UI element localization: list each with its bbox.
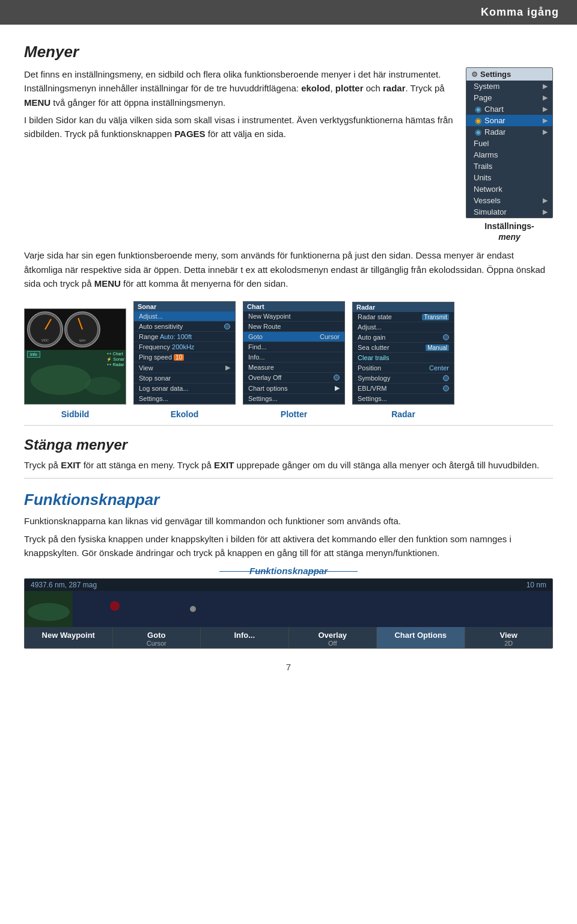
settings-item-vessels[interactable]: Vessels ▶ [466, 195, 552, 206]
gear-icon: ⚙ [471, 70, 478, 79]
screenshot-ekolod: Sonar Adjust... Auto sensitivity Range A… [133, 301, 236, 419]
ekolod-image: Sonar Adjust... Auto sensitivity Range A… [133, 301, 236, 405]
header-title: Komma igång [481, 6, 559, 18]
menyer-text: Det finns en inställningsmeny, en sidbil… [24, 67, 454, 144]
svg-text:rpm: rpm [79, 338, 85, 342]
plotter-image: Chart New Waypoint New Route Goto Cursor… [243, 301, 345, 405]
arrow-icon: ▶ [225, 364, 230, 372]
plotter-item-new-route: New Route [243, 322, 344, 332]
settings-item-radar[interactable]: ◉Radar ▶ [466, 126, 552, 138]
bb-btn-info[interactable]: Info... [201, 627, 289, 648]
settings-item-fuel[interactable]: Fuel [466, 138, 552, 149]
funk-para1: Funktionsknapparna kan liknas vid genväg… [24, 514, 553, 528]
settings-panel-container: ⚙ Settings System ▶ Page ▶ ◉Chart ▶ [466, 67, 553, 242]
radar-item-position: Position Center [353, 363, 454, 373]
ekolod-item-ping: Ping speed 10 [134, 352, 235, 363]
chart-icon: ◉ [474, 105, 482, 114]
sidbild-label: Sidbild [61, 409, 90, 419]
bottom-bar-scale: 10 nm [527, 581, 546, 589]
stanga-text: Tryck på EXIT för att stänga en meny. Tr… [24, 458, 553, 472]
bottom-bar: 4937.6 nm, 287 mag 10 nm New Waypoi [24, 578, 553, 649]
plotter-item-settings: Settings... [243, 394, 344, 404]
bb-btn-info-label: Info... [203, 631, 286, 640]
svg-rect-7 [25, 591, 552, 627]
screenshot-radar: Radar Radar state Transmit Adjust... Aut… [352, 302, 454, 419]
funk-title: Funktionsknappar [24, 491, 553, 509]
menyer-para2: I bilden Sidor kan du välja vilken sida … [24, 113, 454, 141]
svg-point-5 [31, 365, 91, 395]
plotter-header: Chart [243, 302, 344, 311]
page-number: 7 [24, 655, 553, 676]
ekolod-item-log: Log sonar data... [134, 384, 235, 394]
settings-item-alarms[interactable]: Alarms [466, 149, 552, 161]
bb-btn-chart-options-label: Chart Options [379, 631, 462, 640]
settings-item-system[interactable]: System ▶ [466, 81, 552, 92]
screenshot-sidbild: VDC rpm Info ++ Chart [24, 308, 126, 419]
menyer-section-title: Menyer [24, 43, 553, 61]
svg-point-10 [110, 601, 120, 611]
ekolod-item-stop: Stop sonar [134, 373, 235, 384]
arrow-icon: ▶ [543, 105, 548, 113]
funk-para2: Tryck på den fysiska knappen under knapp… [24, 532, 553, 560]
settings-caption-line2: meny [484, 231, 534, 242]
radar-item-autogain: Auto gain [353, 332, 454, 343]
bb-btn-info-sub [203, 640, 286, 647]
radar-item-sea-clutter: Sea clutter Manual [353, 343, 454, 353]
bb-btn-goto-sub: Cursor [115, 640, 198, 647]
settings-item-units[interactable]: Units [466, 172, 552, 183]
ekolod-item-adjust: Adjust... [134, 311, 235, 322]
arrow-icon: ▶ [543, 117, 548, 124]
radar-header: Radar [353, 302, 454, 312]
bottom-bar-buttons: New Waypoint Goto Cursor Info... Overlay… [25, 627, 552, 648]
svg-text:VDC: VDC [41, 338, 49, 342]
sidbild-info-box: Info [27, 351, 40, 358]
bb-btn-goto-label: Goto [115, 631, 198, 640]
ekolod-item-view: View ▶ [134, 363, 235, 373]
settings-caption-line1: Inställnings- [484, 221, 534, 231]
plotter-item-measure: Measure [243, 363, 344, 373]
gauge-2: rpm [64, 311, 100, 347]
settings-panel-header-label: Settings [480, 70, 511, 79]
bb-btn-overlay[interactable]: Overlay Off [289, 627, 377, 648]
bb-btn-new-waypoint[interactable]: New Waypoint [25, 627, 113, 648]
settings-item-network[interactable]: Network [466, 183, 552, 195]
svg-point-11 [190, 606, 196, 612]
settings-item-simulator[interactable]: Simulator ▶ [466, 206, 552, 218]
plotter-label: Plotter [281, 409, 307, 419]
bb-btn-view[interactable]: View 2D [465, 627, 553, 648]
ekolod-label: Ekolod [171, 409, 199, 419]
plotter-item-overlay: Overlay Off [243, 373, 344, 383]
section-divider-2 [24, 478, 553, 479]
radar-item-symbology: Symbology [353, 373, 454, 384]
settings-item-sonar[interactable]: ◉Sonar ▶ [466, 115, 552, 126]
circle-btn [224, 323, 230, 329]
ekolod-header: Sonar [134, 302, 235, 311]
sidbild-overlay: ++ Chart ⚡ Sonar ++ Radar [106, 351, 124, 367]
plotter-item-info: Info... [243, 352, 344, 363]
stanga-section: Stänga menyer Tryck på EXIT för att stän… [24, 436, 553, 472]
ekolod-item-frequency: Frequency 200kHz [134, 342, 235, 352]
funk-text: Funktionsknapparna kan liknas vid genväg… [24, 514, 553, 560]
bb-btn-new-waypoint-sub [27, 640, 110, 647]
settings-item-chart[interactable]: ◉Chart ▶ [466, 103, 552, 115]
radar-item-clear-trails: Clear trails [353, 353, 454, 363]
radar-item-state: Radar state Transmit [353, 312, 454, 322]
sidbild-map: Info ++ Chart ⚡ Sonar ++ Radar [25, 350, 126, 404]
funk-diagram: Funktionsknappar 4937.6 nm, 287 mag 10 n… [24, 566, 553, 649]
circle-btn [443, 334, 449, 340]
circle-btn [443, 375, 449, 381]
settings-item-trails[interactable]: Trails [466, 161, 552, 172]
arrow-icon: ▶ [543, 82, 548, 90]
funk-diagram-label: Funktionsknappar [24, 566, 553, 576]
bb-btn-chart-options[interactable]: Chart Options [377, 627, 465, 648]
bb-btn-goto-cursor[interactable]: Goto Cursor [113, 627, 201, 648]
bb-btn-view-sub: 2D [468, 640, 551, 647]
svg-point-6 [85, 377, 121, 395]
bb-btn-overlay-label: Overlay [292, 631, 374, 640]
menyer-para1: Det finns en inställningsmeny, en sidbil… [24, 67, 454, 109]
svg-point-9 [28, 603, 70, 621]
funk-section: Funktionsknappar Funktionsknapparna kan … [24, 491, 553, 649]
circle-btn [443, 385, 449, 391]
bottom-bar-top: 4937.6 nm, 287 mag 10 nm [25, 579, 552, 591]
settings-item-page[interactable]: Page ▶ [466, 92, 552, 103]
